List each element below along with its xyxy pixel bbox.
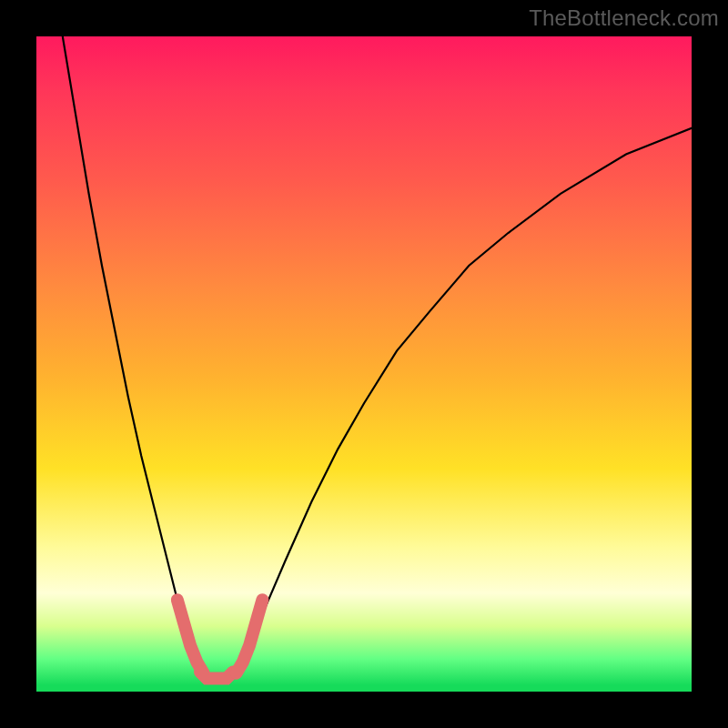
- watermark-text: TheBottleneck.com: [529, 5, 719, 31]
- highlight-left: [177, 600, 204, 673]
- curve-right: [233, 128, 692, 679]
- curve-left: [63, 36, 207, 679]
- curve-layer: [36, 36, 692, 692]
- highlight-right: [237, 600, 263, 673]
- plot-area: [36, 36, 692, 692]
- highlight-floor: [200, 672, 233, 678]
- chart-frame: TheBottleneck.com: [0, 0, 728, 728]
